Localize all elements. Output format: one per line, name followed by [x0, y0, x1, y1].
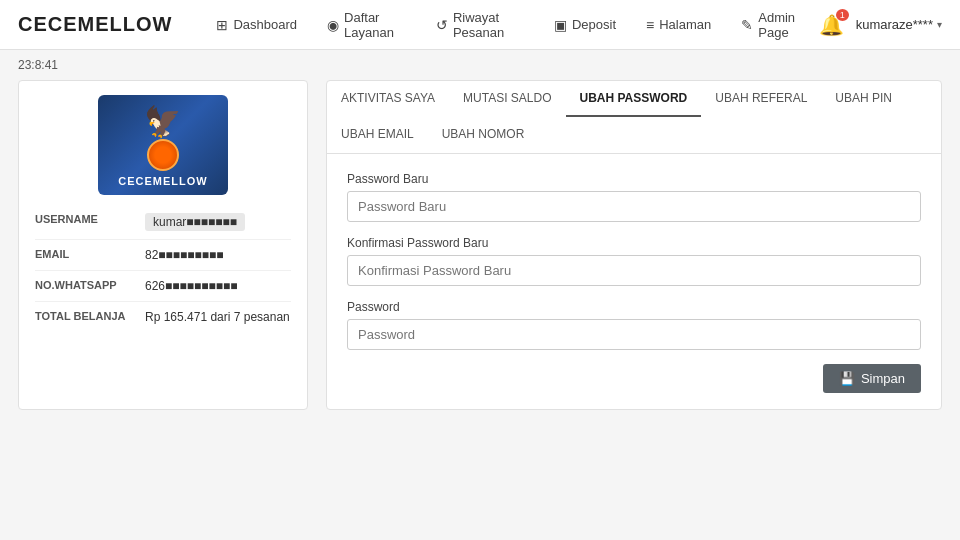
save-button[interactable]: 💾 Simpan [823, 364, 921, 393]
tab-aktivitas-saya[interactable]: AKTIVITAS SAYA [327, 81, 449, 117]
chevron-down-icon: ▾ [937, 19, 942, 30]
navbar: CECEMELLOW ⊞ Dashboard ◉ Daftar Layanan … [0, 0, 960, 50]
profile-info-table: USERNAME kumar■■■■■■■ EMAIL 82■■■■■■■■■ … [19, 205, 307, 332]
avatar: 🦅 CECEMELLOW [98, 95, 228, 195]
email-row: EMAIL 82■■■■■■■■■ [35, 240, 291, 271]
nav-item-dashboard[interactable]: ⊞ Dashboard [204, 11, 309, 39]
total-label: TOTAL BELANJA [35, 310, 145, 322]
notification-bell[interactable]: 🔔 1 [819, 13, 844, 37]
tabs-row: AKTIVITAS SAYA MUTASI SALDO UBAH PASSWOR… [327, 81, 941, 154]
nav-label-dashboard: Dashboard [233, 17, 297, 32]
username-display: kumaraze**** [856, 17, 933, 32]
admin-icon: ✎ [741, 17, 753, 33]
wings-icon: 🦅 [118, 104, 207, 139]
nav-label-halaman: Halaman [659, 17, 711, 32]
main-content: 🦅 CECEMELLOW USERNAME kumar■■■■■■■ EMAIL… [0, 80, 960, 428]
profile-card: 🦅 CECEMELLOW USERNAME kumar■■■■■■■ EMAIL… [18, 80, 308, 410]
new-password-label: Password Baru [347, 172, 921, 186]
tab-ubah-email[interactable]: UBAH EMAIL [327, 117, 428, 153]
nav-label-deposit: Deposit [572, 17, 616, 32]
nav-label-daftar-layanan: Daftar Layanan [344, 10, 406, 40]
new-password-input[interactable] [347, 191, 921, 222]
username-value: kumar■■■■■■■ [145, 213, 245, 231]
notification-badge: 1 [836, 9, 849, 21]
timestamp: 23:8:41 [0, 50, 960, 80]
halaman-icon: ≡ [646, 17, 654, 33]
confirm-password-label: Konfirmasi Password Baru [347, 236, 921, 250]
brand: CECEMELLOW [18, 13, 172, 36]
new-password-group: Password Baru [347, 172, 921, 222]
avatar-inner: 🦅 CECEMELLOW [118, 104, 207, 187]
password-group: Password [347, 300, 921, 350]
avatar-logo-text: CECEMELLOW [118, 175, 207, 187]
total-value: Rp 165.471 dari 7 pesanan [145, 310, 290, 324]
password-input[interactable] [347, 319, 921, 350]
whatsapp-label: NO.WHATSAPP [35, 279, 145, 291]
nav-item-riwayat-pesanan[interactable]: ↺ Riwayat Pesanan [424, 4, 536, 46]
user-menu[interactable]: kumaraze**** ▾ [856, 17, 942, 32]
dashboard-icon: ⊞ [216, 17, 228, 33]
tab-ubah-nomor[interactable]: UBAH NOMOR [428, 117, 539, 153]
nav-item-admin-page[interactable]: ✎ Admin Page [729, 4, 818, 46]
settings-card: AKTIVITAS SAYA MUTASI SALDO UBAH PASSWOR… [326, 80, 942, 410]
confirm-password-input[interactable] [347, 255, 921, 286]
tab-ubah-pin[interactable]: UBAH PIN [821, 81, 906, 117]
riwayat-icon: ↺ [436, 17, 448, 33]
tab-ubah-password[interactable]: UBAH PASSWORD [566, 81, 702, 117]
whatsapp-value: 626■■■■■■■■■■ [145, 279, 238, 293]
tab-content-ubah-password: Password Baru Konfirmasi Password Baru P… [327, 154, 941, 409]
nav-label-admin-page: Admin Page [758, 10, 806, 40]
save-icon: 💾 [839, 371, 855, 386]
nav-item-deposit[interactable]: ▣ Deposit [542, 11, 628, 39]
tab-mutasi-saldo[interactable]: MUTASI SALDO [449, 81, 565, 117]
total-belanja-row: TOTAL BELANJA Rp 165.471 dari 7 pesanan [35, 302, 291, 332]
email-value: 82■■■■■■■■■ [145, 248, 224, 262]
nav-label-riwayat-pesanan: Riwayat Pesanan [453, 10, 524, 40]
username-row: USERNAME kumar■■■■■■■ [35, 205, 291, 240]
email-label: EMAIL [35, 248, 145, 260]
nav-item-halaman[interactable]: ≡ Halaman [634, 11, 723, 39]
navbar-right: 🔔 1 kumaraze**** ▾ [819, 13, 942, 37]
nav-item-daftar-layanan[interactable]: ◉ Daftar Layanan [315, 4, 418, 46]
avatar-emblem [147, 139, 179, 171]
confirm-password-group: Konfirmasi Password Baru [347, 236, 921, 286]
tab-ubah-referal[interactable]: UBAH REFERAL [701, 81, 821, 117]
password-label: Password [347, 300, 921, 314]
daftar-icon: ◉ [327, 17, 339, 33]
deposit-icon: ▣ [554, 17, 567, 33]
username-label: USERNAME [35, 213, 145, 225]
whatsapp-row: NO.WHATSAPP 626■■■■■■■■■■ [35, 271, 291, 302]
nav-menu: ⊞ Dashboard ◉ Daftar Layanan ↺ Riwayat P… [204, 4, 818, 46]
